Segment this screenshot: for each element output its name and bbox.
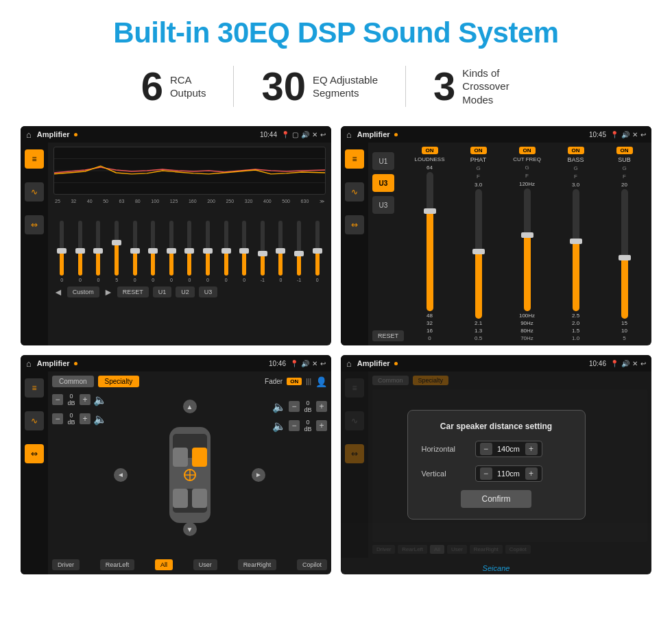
dialog-location-icon: 📍 [610, 360, 619, 367]
cx-phat-track[interactable] [475, 189, 482, 319]
cx-sidebar-arrows[interactable]: ⇔ [345, 215, 364, 234]
fader-right-bot-minus[interactable]: − [289, 420, 300, 431]
cx-back-icon[interactable]: ↩ [640, 131, 646, 138]
fader-left-top-plus[interactable]: + [80, 394, 91, 405]
eq-slider-9[interactable]: 0 [217, 221, 235, 282]
eq-reset-btn[interactable]: RESET [117, 286, 149, 297]
home-icon[interactable]: ⌂ [26, 130, 32, 140]
cx-sidebar-wave[interactable]: ∿ [345, 182, 364, 202]
cx-phat-on[interactable]: ON [470, 147, 487, 154]
eq-back-icon[interactable]: ↩ [320, 131, 326, 138]
cx-preset-u2[interactable]: U3 [372, 174, 394, 192]
eq-slider-5[interactable]: 0 [145, 221, 162, 282]
screen-eq: ⌂ Amplifier 10:44 📍 ▢ 🔊 ✕ ↩ ≡ ∿ ⇔ [21, 126, 331, 345]
cx-sub-track[interactable] [621, 189, 628, 319]
fader-user-icon[interactable]: 👤 [315, 376, 327, 387]
fader-rearright-btn[interactable]: RearRight [238, 559, 277, 570]
eq-slider-14[interactable]: 0 [309, 221, 326, 282]
dialog-vertical-input[interactable]: − 110cm + [475, 465, 542, 482]
cx-bass-on[interactable]: ON [568, 147, 584, 154]
cx-loudness-on[interactable]: ON [422, 147, 438, 154]
eq-slider-0[interactable]: 0 [53, 221, 71, 282]
fader-left-top-minus[interactable]: − [52, 394, 63, 405]
cx-cutfreq-track[interactable] [524, 188, 531, 311]
eq-custom-btn[interactable]: Custom [67, 286, 99, 297]
eq-slider-4[interactable]: 0 [126, 221, 143, 282]
eq-slider-3[interactable]: 5 [108, 221, 125, 282]
fader-right-top-plus[interactable]: + [316, 401, 327, 412]
cx-sidebar-eq[interactable]: ≡ [345, 149, 364, 169]
cx-home-icon[interactable]: ⌂ [346, 130, 352, 140]
main-title: Built-in 30EQ DSP Sound System [113, 16, 558, 49]
fader-back-icon[interactable]: ↩ [320, 360, 326, 367]
fader-sidebar-wave[interactable]: ∿ [25, 411, 44, 430]
dialog-horizontal-minus[interactable]: − [480, 443, 492, 455]
fader-arrow-left[interactable]: ◄ [114, 468, 128, 482]
eq-u3-btn[interactable]: U3 [199, 286, 218, 297]
fader-sidebar-eq[interactable]: ≡ [25, 378, 44, 398]
cx-band-loudness: ON LOUDNESS 64 48 32 [407, 147, 453, 341]
cx-loudness-mid2: 32 [427, 320, 433, 326]
cx-loudness-track[interactable] [427, 172, 433, 311]
eq-slider-13[interactable]: -1 [291, 221, 308, 282]
fader-rearleft-btn[interactable]: RearLeft [100, 559, 135, 570]
fader-right-bot-plus[interactable]: + [316, 420, 327, 431]
fader-all-btn[interactable]: All [155, 559, 173, 570]
fader-arrow-right[interactable]: ► [252, 468, 265, 482]
fader-tab-common[interactable]: Common [52, 376, 94, 387]
eq-slider-12[interactable]: 0 [272, 221, 289, 282]
eq-slider-6[interactable]: 0 [163, 221, 180, 282]
fader-top-bar: Common Specialty Fader ON ||| 👤 [52, 376, 327, 387]
cx-reset-btn[interactable]: RESET [372, 330, 404, 341]
fader-left-bot-plus[interactable]: + [80, 413, 91, 424]
eq-u2-btn[interactable]: U2 [176, 286, 195, 297]
eq-sidebar-arrows[interactable]: ⇔ [25, 215, 44, 234]
fader-tab-specialty[interactable]: Specialty [98, 376, 140, 387]
dialog-dot [394, 362, 398, 365]
screen-crossover: ⌂ Amplifier 10:45 📍 🔊 ✕ ↩ ≡ ∿ ⇔ [341, 126, 651, 345]
eq-sidebar-wave[interactable]: ∿ [25, 182, 44, 202]
fader-x-icon: ✕ [312, 360, 317, 367]
fader-sidebar-arrows[interactable]: ⇔ [25, 444, 44, 463]
dialog-horizontal-plus[interactable]: + [525, 443, 538, 455]
eq-slider-11[interactable]: -1 [254, 221, 272, 282]
cx-cutfreq-on[interactable]: ON [519, 147, 536, 154]
fader-driver-btn[interactable]: Driver [52, 559, 80, 570]
eq-slider-8[interactable]: 0 [200, 221, 217, 282]
dialog-confirm-button[interactable]: Confirm [461, 490, 531, 508]
dialog-vertical-row: Vertical − 110cm + [422, 465, 571, 482]
dialog-back-icon[interactable]: ↩ [640, 360, 646, 367]
cx-preset-u3[interactable]: U3 [372, 196, 394, 214]
fader-arrow-down[interactable]: ▼ [183, 522, 197, 536]
fader-left-bot-val: 0 dB [66, 412, 77, 426]
eq-slider-2[interactable]: 0 [90, 221, 107, 282]
eq-next-btn[interactable]: ► [104, 286, 113, 297]
cx-preset-u1[interactable]: U1 [372, 152, 394, 170]
fader-left-bot-minus[interactable]: − [52, 413, 63, 424]
dialog-horizontal-input[interactable]: − 140cm + [475, 441, 542, 457]
cx-sub-on[interactable]: ON [616, 147, 633, 154]
cx-dot [394, 133, 398, 136]
cx-bass-track[interactable] [573, 189, 579, 311]
eq-sidebar-eq[interactable]: ≡ [25, 149, 44, 169]
eq-location-icon: 📍 [281, 131, 289, 138]
dialog-vertical-plus[interactable]: + [525, 467, 538, 480]
fader-speaker-tl: 🔈 [93, 393, 107, 406]
stat-eq: 30 EQ AdjustableSegments [234, 66, 405, 106]
fader-arrow-up[interactable]: ▲ [183, 400, 197, 413]
eq-prev-btn[interactable]: ◄ [53, 286, 63, 297]
fader-right-bot-val: 0 dB [302, 419, 313, 432]
cx-main-area: U1 U3 U3 RESET ON LOUDNESS [368, 143, 651, 345]
eq-slider-7[interactable]: 0 [181, 221, 198, 282]
fader-home-icon[interactable]: ⌂ [26, 358, 32, 369]
cx-loudness-zero: 0 [428, 335, 431, 341]
dialog-home-icon[interactable]: ⌂ [346, 358, 352, 369]
fader-copilot-btn[interactable]: Copilot [297, 559, 327, 570]
dialog-vertical-minus[interactable]: − [480, 467, 492, 480]
eq-slider-10[interactable]: 0 [236, 221, 253, 282]
cx-loudness-label: LOUDNESS [415, 156, 445, 162]
eq-u1-btn[interactable]: U1 [153, 286, 172, 297]
fader-right-top-minus[interactable]: − [289, 401, 300, 412]
fader-user-btn[interactable]: User [193, 559, 217, 570]
eq-slider-1[interactable]: 0 [72, 221, 89, 282]
